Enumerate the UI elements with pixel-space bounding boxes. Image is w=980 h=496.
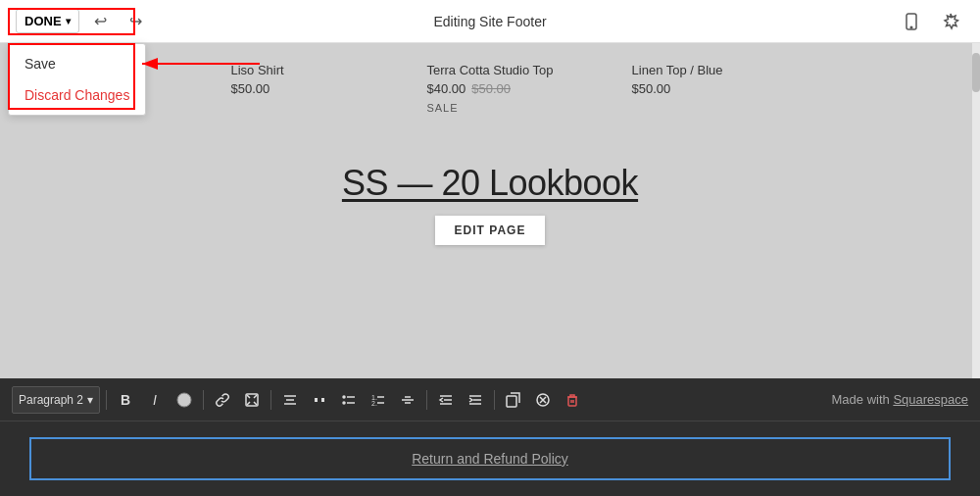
toolbar-divider-5 <box>494 390 495 410</box>
product-item-1: Liso Shirt $50.00 <box>230 63 348 96</box>
resize-button[interactable] <box>239 387 265 413</box>
top-bar: DONE ▾ ↩ ↪ Editing Site Footer <box>0 0 980 43</box>
main-content: Liso Shirt $50.00 Terra Cotta Studio Top… <box>0 43 980 378</box>
page-title: Editing Site Footer <box>433 14 546 29</box>
footer-link-text[interactable]: Return and Refund Policy <box>412 451 568 467</box>
indent-decrease-button[interactable] <box>433 387 459 413</box>
toolbar-divider-3 <box>270 390 271 410</box>
clone-button[interactable] <box>501 387 526 413</box>
align-center-button[interactable] <box>277 387 303 413</box>
settings-icon <box>941 12 960 31</box>
indent-increase-button[interactable] <box>463 387 488 413</box>
strikethrough-button[interactable] <box>395 387 420 413</box>
save-menu-item[interactable]: Save <box>9 48 145 79</box>
toolbar-divider-4 <box>426 390 427 410</box>
clear-button[interactable] <box>530 387 556 413</box>
svg-point-9 <box>343 396 345 398</box>
sale-badge: SALE <box>426 102 553 114</box>
paragraph-select[interactable]: Paragraph 2 ▾ <box>12 386 100 414</box>
link-icon <box>215 392 230 408</box>
editor-toolbar: Paragraph 2 ▾ B I <box>0 378 980 422</box>
svg-point-1 <box>910 26 912 28</box>
delete-button[interactable] <box>560 387 585 413</box>
product-item-3: Linen Top / Blue $50.00 <box>632 63 750 96</box>
italic-button[interactable]: I <box>142 387 168 413</box>
product-price: $50.00 <box>632 81 750 96</box>
undo-icon: ↩ <box>94 12 107 30</box>
product-price-original: $50.00 <box>471 81 511 96</box>
chevron-down-icon: ▾ <box>66 16 71 26</box>
chevron-down-icon: ▾ <box>87 393 93 407</box>
scrollbar-thumb[interactable] <box>972 53 980 92</box>
discard-changes-menu-item[interactable]: Discard Changes <box>9 79 145 111</box>
indent-increase-icon <box>467 392 483 408</box>
footer-content-area: Return and Refund Policy <box>0 422 980 496</box>
svg-text:2.: 2. <box>371 400 377 407</box>
settings-button[interactable] <box>937 8 964 35</box>
clear-icon <box>535 392 551 408</box>
mobile-icon <box>902 12 921 31</box>
link-button[interactable] <box>210 387 235 413</box>
product-price: $50.00 <box>230 81 348 96</box>
color-icon <box>176 392 192 408</box>
svg-point-11 <box>343 402 345 404</box>
product-name: Linen Top / Blue <box>632 63 750 77</box>
redo-icon: ↪ <box>129 12 142 30</box>
product-name: Liso Shirt <box>230 63 348 77</box>
done-label: DONE <box>24 14 62 28</box>
delete-icon <box>564 392 580 408</box>
edit-page-button[interactable]: EDIT PAGE <box>435 216 546 245</box>
footer-area: Paragraph 2 ▾ B I <box>0 378 980 496</box>
paragraph-label: Paragraph 2 <box>19 393 83 407</box>
toolbar-divider-2 <box>203 390 204 410</box>
undo-button[interactable]: ↩ <box>87 8 115 35</box>
svg-rect-28 <box>568 397 576 406</box>
quote-button[interactable] <box>307 387 332 413</box>
made-with-text: Made with Squarespace <box>832 392 969 407</box>
clone-icon <box>506 392 521 408</box>
footer-link-box[interactable]: Return and Refund Policy <box>29 437 951 480</box>
product-item-2: Terra Cotta Studio Top $40.00 $50.00 SAL… <box>426 63 553 114</box>
done-button[interactable]: DONE ▾ <box>16 9 79 33</box>
svg-rect-24 <box>507 396 516 407</box>
strikethrough-icon <box>400 392 416 408</box>
scrollbar[interactable] <box>972 43 980 378</box>
redo-button[interactable]: ↪ <box>122 8 150 35</box>
quote-icon <box>312 392 327 408</box>
product-name: Terra Cotta Studio Top <box>426 63 553 77</box>
top-bar-right <box>898 8 964 35</box>
lookbook-section: SS — 20 Lookbook EDIT PAGE <box>342 163 638 245</box>
indent-decrease-icon <box>438 392 454 408</box>
made-with-label: Made with <box>832 392 890 407</box>
numbered-list-button[interactable]: 1. 2. <box>366 387 391 413</box>
top-bar-left: DONE ▾ ↩ ↪ <box>16 8 150 35</box>
product-price-new: $40.00 <box>426 81 466 96</box>
toolbar-left: Paragraph 2 ▾ B I <box>12 386 585 414</box>
color-button[interactable] <box>172 387 197 413</box>
bullet-list-button[interactable] <box>336 387 362 413</box>
bullet-list-icon <box>341 392 357 408</box>
resize-icon <box>244 392 260 408</box>
product-row: Liso Shirt $50.00 Terra Cotta Studio Top… <box>0 43 980 133</box>
squarespace-link[interactable]: Squarespace <box>893 392 968 407</box>
svg-point-4 <box>177 393 191 407</box>
dropdown-menu: Save Discard Changes <box>8 43 146 116</box>
lookbook-title: SS — 20 Lookbook <box>342 163 638 204</box>
align-center-icon <box>282 392 298 408</box>
bold-button[interactable]: B <box>113 387 138 413</box>
mobile-preview-button[interactable] <box>898 8 925 35</box>
numbered-list-icon: 1. 2. <box>370 392 386 408</box>
toolbar-divider-1 <box>106 390 107 410</box>
